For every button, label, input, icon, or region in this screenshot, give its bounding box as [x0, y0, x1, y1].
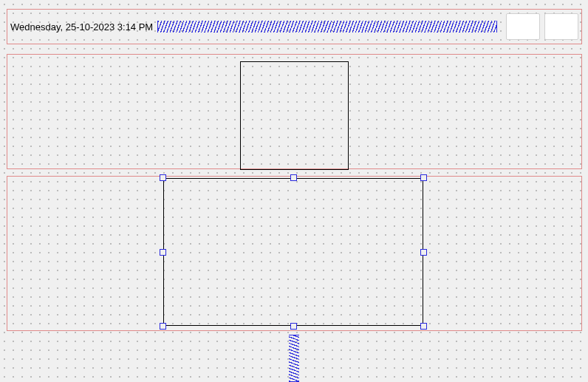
resize-handle-n[interactable] [290, 174, 297, 181]
header-panel: Wednesday, 25-10-2023 3:14 PM [7, 9, 582, 44]
slider-track[interactable] [157, 21, 497, 33]
resize-handle-s[interactable] [290, 323, 297, 330]
shape-rectangle-selected[interactable] [163, 178, 423, 326]
resize-handle-w[interactable] [160, 249, 166, 256]
resize-handle-sw[interactable] [160, 323, 166, 330]
shape-square[interactable] [240, 61, 349, 170]
resize-handle-e[interactable] [420, 249, 427, 256]
resize-handle-ne[interactable] [420, 174, 427, 181]
resize-handle-se[interactable] [420, 323, 427, 330]
toolbar-box-2[interactable] [544, 13, 578, 40]
resize-handle-nw[interactable] [160, 174, 166, 181]
slider-fill [158, 21, 496, 33]
toolbar-box-1[interactable] [506, 13, 540, 40]
datetime-label: Wednesday, 25-10-2023 3:14 PM [10, 21, 153, 33]
vertical-slider-track[interactable] [289, 335, 299, 382]
